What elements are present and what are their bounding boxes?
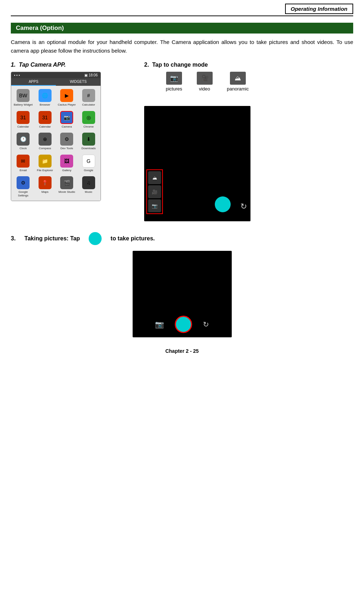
app-label: Browser (40, 103, 50, 107)
photo-mode-btn[interactable]: 📷 (148, 199, 161, 212)
phone-topbar: ▪ ▪ ▪ ▣ 18:06 (11, 72, 101, 78)
camera-view-mockup: ⛰ 🎥 📷 ↻ (144, 106, 250, 221)
app-item-dev-tools[interactable]: ⚙Dev Tools (57, 131, 77, 152)
apps-grid: BWBattery Widget🌐Browser▶Cactus Player#C… (11, 86, 101, 201)
app-icon: 🎬 (60, 176, 73, 189)
step3-label: 3. Taking pictures: Tap to take pictures… (11, 232, 353, 245)
camera-rotate-btn[interactable]: ↻ (240, 202, 247, 211)
app-item-cactus-player[interactable]: ▶Cactus Player (57, 88, 77, 108)
camera-mode-sidebar: ⛰ 🎥 📷 (146, 169, 163, 214)
app-label: Chrome (84, 125, 94, 129)
app-label: Compass (39, 147, 51, 150)
app-label: Email (19, 169, 27, 172)
cv2-shutter-btn[interactable] (175, 316, 192, 333)
camera-shutter-btn[interactable] (215, 196, 231, 212)
app-icon: 🕐 (17, 133, 30, 146)
footer-text: Chapter 2 - 25 (165, 348, 199, 354)
app-item-camera[interactable]: 📷Camera (57, 110, 77, 130)
app-item-music[interactable]: ♫Music (79, 175, 99, 199)
app-icon: ✉ (17, 155, 30, 168)
app-item-gallery[interactable]: 🖼Gallery (57, 153, 77, 174)
phone-mockup: ▪ ▪ ▪ ▣ 18:06 APPS WIDGETS BWBattery Wid… (11, 72, 101, 201)
app-icon: # (82, 89, 95, 102)
header-title: Operating Information (285, 4, 354, 14)
app-item-google-settings[interactable]: ⚙Google Settings (13, 175, 34, 199)
app-item-battery-widget[interactable]: BWBattery Widget (13, 88, 34, 108)
app-icon: 📍 (39, 176, 52, 189)
app-icon: 🖼 (60, 155, 73, 168)
app-item-chrome[interactable]: ◎Chrome (79, 110, 99, 130)
step2-col: 2. Tap to change mode 📷 pictures 🎥 video… (144, 62, 353, 221)
app-item-downloads[interactable]: ⬇Downloads (79, 131, 99, 152)
panoramic-label: panoramic (227, 86, 249, 92)
app-label: Google (84, 169, 93, 172)
app-item-email[interactable]: ✉Email (13, 153, 34, 174)
footer: Chapter 2 - 25 (11, 348, 353, 361)
app-label: Cactus Player (58, 103, 76, 107)
mode-video: 🎥 video (197, 72, 213, 92)
app-label: Maps (41, 190, 49, 194)
app-label: Music (85, 190, 92, 194)
cv2-photo-icon[interactable]: 📷 (155, 320, 164, 329)
app-item-calendar[interactable]: 31Calendar (13, 110, 34, 130)
app-label: Battery Widget (14, 103, 32, 107)
app-icon: ⚙ (60, 133, 73, 146)
step1-col: 1. Tap Camera APP. ▪ ▪ ▪ ▣ 18:06 APPS WI… (11, 62, 133, 201)
step1-label: 1. Tap Camera APP. (11, 62, 133, 68)
app-icon: ▶ (60, 89, 73, 102)
phone-tab-widgets[interactable]: WIDGETS (56, 78, 101, 86)
body-text: Camera is an optional module for your ha… (11, 38, 353, 55)
app-icon: ◎ (82, 111, 95, 124)
app-icon: 31 (39, 111, 52, 124)
app-icon: 31 (17, 111, 30, 124)
app-item-movie-studio[interactable]: 🎬Movie Studio (57, 175, 77, 199)
app-item-calculator[interactable]: #Calculator (79, 88, 99, 108)
app-label: Downloads (81, 147, 96, 150)
panoramic-mode-btn[interactable]: ⛰ (148, 171, 161, 184)
app-label: Calculator (82, 103, 95, 107)
app-icon: ⬇ (82, 133, 95, 146)
phone-time: ▣ 18:06 (84, 73, 98, 77)
app-label: File Explorer (37, 169, 53, 172)
app-item-clock[interactable]: 🕐Clock (13, 131, 34, 152)
step1-appname: Camera (31, 62, 52, 68)
phone-tab-apps[interactable]: APPS (11, 78, 56, 86)
pictures-icon: 📷 (166, 72, 182, 85)
phone-status-icons: ▪ ▪ ▪ (14, 73, 20, 77)
video-icon: 🎥 (197, 72, 213, 85)
app-icon: G (82, 155, 95, 168)
video-mode-btn[interactable]: 🎥 (148, 185, 161, 198)
cv2-rotate-btn[interactable]: ↻ (203, 320, 209, 329)
app-icon: 📷 (60, 111, 73, 124)
steps-section: 1. Tap Camera APP. ▪ ▪ ▪ ▣ 18:06 APPS WI… (11, 62, 353, 221)
step3-section: 3. Taking pictures: Tap to take pictures… (11, 232, 353, 337)
app-item-google[interactable]: GGoogle (79, 153, 99, 174)
app-item-calendar[interactable]: 31Calendar (35, 110, 56, 130)
app-label: Dev Tools (61, 147, 73, 150)
app-label: Calendar (39, 125, 51, 129)
video-label: video (199, 86, 210, 92)
app-item-compass[interactable]: ⊕Compass (35, 131, 56, 152)
app-item-browser[interactable]: 🌐Browser (35, 88, 56, 108)
app-item-maps[interactable]: 📍Maps (35, 175, 56, 199)
app-icon: 🌐 (39, 89, 52, 102)
app-item-file-explorer[interactable]: 📁File Explorer (35, 153, 56, 174)
app-icon: BW (17, 89, 30, 102)
app-icon: 📁 (39, 155, 52, 168)
page-header: Operating Information (11, 4, 353, 16)
mode-icons-row: 📷 pictures 🎥 video ⛰ panoramic (166, 72, 353, 92)
app-label: Camera (62, 125, 72, 129)
app-label: Gallery (62, 169, 71, 172)
panoramic-icon: ⛰ (230, 72, 246, 85)
app-icon: ♫ (82, 176, 95, 189)
app-icon: ⚙ (17, 176, 30, 189)
step2-label: 2. Tap to change mode (144, 62, 353, 68)
pictures-label: pictures (166, 86, 182, 92)
page-content: Operating Information Camera (Option) Ca… (0, 0, 364, 372)
camera2-bottom-bar: 📷 ↻ (133, 316, 232, 333)
camera-view2-mockup: 📷 ↻ (133, 251, 232, 337)
mode-pictures: 📷 pictures (166, 72, 182, 92)
section-title: Camera (Option) (11, 23, 353, 34)
mode-panoramic: ⛰ panoramic (227, 72, 249, 92)
app-label: Movie Studio (58, 190, 75, 194)
